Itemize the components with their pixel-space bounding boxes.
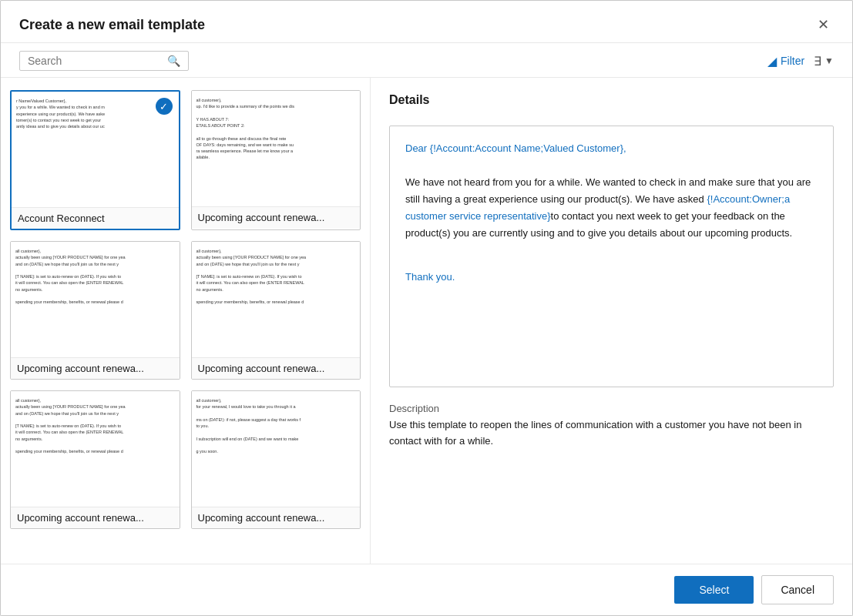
description-label: Description xyxy=(389,403,834,414)
filter-button[interactable]: ◢ Filter xyxy=(767,54,804,69)
details-title: Details xyxy=(389,93,834,107)
template-name: Upcoming account renewa... xyxy=(11,357,180,379)
templates-grid: r Name/Valued Customer}, y you for a whi… xyxy=(10,90,361,529)
toolbar-right: ◢ Filter ∃ ▼ xyxy=(767,54,834,69)
template-card-upcoming-5[interactable]: all customer}, for your renewal, I would… xyxy=(191,390,361,529)
template-name: Account Reconnect xyxy=(12,207,179,229)
template-card-account-reconnect[interactable]: r Name/Valued Customer}, y you for a whi… xyxy=(10,90,180,230)
email-preview-box: Dear {!Account:Account Name;Valued Custo… xyxy=(389,126,834,387)
template-card-upcoming-1[interactable]: all customer}, up. I'd like to provide a… xyxy=(191,90,361,230)
email-body-para1: We have not heard from you for a while. … xyxy=(405,174,818,242)
template-name: Upcoming account renewa... xyxy=(192,357,361,379)
search-input[interactable] xyxy=(28,55,164,67)
preview-text: all customer}, up. I'd like to provide a… xyxy=(196,97,356,161)
filter-label: Filter xyxy=(781,55,804,67)
preview-text: all customer}, for your renewal, I would… xyxy=(196,397,356,454)
search-box[interactable]: 🔍 xyxy=(19,51,189,71)
template-card-upcoming-2[interactable]: all customer}, actually been using [YOUR… xyxy=(10,241,180,380)
preview-text: all customer}, actually been using [YOUR… xyxy=(196,248,356,305)
preview-text: all customer}, actually been using [YOUR… xyxy=(15,248,175,305)
view-toggle-button[interactable]: ∃ ▼ xyxy=(814,54,834,69)
template-preview: r Name/Valued Customer}, y you for a whi… xyxy=(12,92,179,207)
cancel-button[interactable]: Cancel xyxy=(761,575,834,604)
preview-text: all customer}, actually been using [YOUR… xyxy=(15,397,175,454)
template-name: Upcoming account renewa... xyxy=(11,507,180,528)
search-icon: 🔍 xyxy=(167,55,180,67)
select-button[interactable]: Select xyxy=(674,576,754,604)
description-section: Description Use this template to reopen … xyxy=(389,403,834,450)
template-card-upcoming-3[interactable]: all customer}, actually been using [YOUR… xyxy=(191,241,361,380)
email-dear: Dear {!Account:Account Name;Valued Custo… xyxy=(405,142,626,154)
template-name: Upcoming account renewa... xyxy=(192,206,361,228)
template-preview: all customer}, for your renewal, I would… xyxy=(192,391,361,507)
details-panel: Details Dear {!Account:Account Name;Valu… xyxy=(371,78,852,564)
template-preview: all customer}, up. I'd like to provide a… xyxy=(192,91,361,206)
template-card-upcoming-4[interactable]: all customer}, actually been using [YOUR… xyxy=(10,390,180,529)
email-thankyou: Thank you. xyxy=(405,269,818,286)
dialog-footer: Select Cancel xyxy=(1,564,852,615)
chevron-down-icon: ▼ xyxy=(824,55,834,66)
close-button[interactable]: ✕ xyxy=(813,15,834,35)
template-preview: all customer}, actually been using [YOUR… xyxy=(192,242,361,357)
selected-check-icon: ✓ xyxy=(156,98,173,115)
preview-text: r Name/Valued Customer}, y you for a whi… xyxy=(16,98,174,129)
template-preview: all customer}, actually been using [YOUR… xyxy=(11,391,180,507)
dialog-header: Create a new email template ✕ xyxy=(1,1,852,43)
dialog-body: r Name/Valued Customer}, y you for a whi… xyxy=(1,78,852,564)
dialog-title: Create a new email template xyxy=(19,17,205,33)
filter-icon: ◢ xyxy=(767,54,777,69)
description-text: Use this template to reopen the lines of… xyxy=(389,417,834,450)
create-template-dialog: Create a new email template ✕ 🔍 ◢ Filter… xyxy=(0,0,853,616)
grid-view-icon: ∃ xyxy=(814,54,821,69)
template-name: Upcoming account renewa... xyxy=(192,507,361,528)
templates-panel: r Name/Valued Customer}, y you for a whi… xyxy=(1,78,371,564)
template-preview: all customer}, actually been using [YOUR… xyxy=(11,242,180,357)
toolbar: 🔍 ◢ Filter ∃ ▼ xyxy=(1,43,852,78)
